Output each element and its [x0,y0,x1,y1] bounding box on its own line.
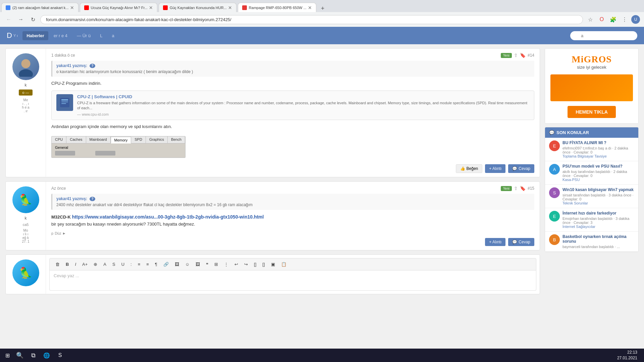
editor-btn-box[interactable]: ▣ [269,260,277,268]
editor-btn-bracket2[interactable]: [] [260,260,267,268]
tab-close-2[interactable]: ✕ [149,5,153,10]
editor-btn-quote[interactable]: ❝ [204,260,211,268]
tab-close-4[interactable]: ✕ [308,5,312,10]
editor-btn-undo[interactable]: ↩ [232,260,240,268]
post-body-prefix-2: M32CD-K [51,215,72,220]
bookmark-icon-1[interactable]: 🔖 [520,53,526,58]
post-time-1: 1 dakika ö ce [51,53,75,58]
sk-meta-1: akıllı kuş tarafından başlatıldı · 2 dak… [562,170,634,178]
cpuz-tab-spd[interactable]: SPD [131,136,146,143]
taskbar-steam-icon[interactable]: S [54,349,66,361]
editor-btn-clear[interactable]: 🗑 [53,260,62,268]
sk-title-3: İnternet hızı daire farkediyor [562,211,634,216]
back-button[interactable]: ← [4,15,13,24]
editor-btn-list2[interactable]: ≡ [144,260,151,268]
profile-avatar[interactable]: U [631,15,640,24]
reload-button[interactable]: ↻ [28,15,38,24]
sk-title-4: Basketbol oynarken tırnak açılma sorunu [562,234,634,244]
editor-btn-strike[interactable]: S [110,260,118,268]
ad-cta-button[interactable]: HEMEN TIKLA [568,106,616,118]
forum-logo: D Y ı [7,31,18,40]
cpuz-tab-graphics[interactable]: Graphics [146,136,168,143]
sk-item-3[interactable]: E İnternet hızı daire farkediyor Emojirh… [545,208,638,232]
editor-btn-redo[interactable]: ↪ [242,260,250,268]
editor-btn-clipboard[interactable]: 📋 [279,260,289,268]
nav-search-input[interactable] [570,31,637,40]
tab-favicon-3 [163,5,168,10]
begen-button-1[interactable]: 👍 Beğen [456,164,483,173]
alinit-button-1[interactable]: + Alıntı [485,164,505,173]
taskbar-task-view[interactable]: ⧉ [27,349,39,361]
editor-btn-underline[interactable]: U [119,260,127,268]
address-input[interactable] [40,15,583,24]
sk-meta-0: efefrmci097 t;rnfind;n baş a dı · 2 daki… [562,146,634,154]
editor-btn-list1[interactable]: ≡ [136,260,143,268]
start-button[interactable]: ⊞ [3,351,12,360]
user-name-2: k [9,216,42,221]
edit-btn-2[interactable]: p [51,231,53,235]
nav-item-2[interactable]: er r e 4 [50,31,71,40]
editor-btn-bold[interactable]: B [63,260,71,268]
editor-btn-fontsize[interactable]: A+ [80,260,90,268]
nav-item-5[interactable]: a [108,31,118,40]
tab-3[interactable]: Güç Kaynakları Konusunda HUR... ✕ [159,3,236,12]
sk-avatar-4: B [549,234,560,245]
editor-btn-table[interactable]: ⊞ [212,260,220,268]
tab-2[interactable]: Ucuza Güç Kaynağı Alınır Mı? Fr... ✕ [80,3,157,12]
quote-icon-1: ? [90,64,95,68]
quote-box-1: yakar41 yazmış: ? o kavramları hic anlam… [51,61,534,77]
share-icon-2[interactable]: ⇧ [514,186,518,191]
cevap-button-1[interactable]: 💬 Cevap [508,164,534,173]
nav-item-4[interactable]: L [96,31,106,40]
editor-btn-img[interactable]: 🖼 [172,260,181,268]
opera-icon[interactable]: O [597,15,606,24]
tab-1[interactable]: (2) ram alacağım fakat anakart k... ✕ [1,3,78,12]
forward-button[interactable]: → [16,15,25,24]
editor-btn-more[interactable]: ⋮ [222,260,231,268]
editor-btn-emoji[interactable]: ☺ [183,260,192,268]
bookmark-icon-2[interactable]: 🔖 [520,186,526,191]
sk-item-2[interactable]: S Win10 kasan bilgisayar Win7 yapmak sir… [545,185,638,208]
extensions-icon[interactable]: 🧩 [608,15,618,24]
bookmark-icon[interactable]: ☆ [586,15,595,24]
menu-icon[interactable]: ⋮ [620,15,629,24]
taskbar-chrome-icon[interactable]: 🌐 [41,349,53,361]
user-rank-btn-1[interactable]: o — [19,89,32,96]
new-tab-button[interactable]: + [319,5,327,12]
duz-btn-2[interactable]: Düz ► [55,231,66,235]
editor-btn-color[interactable]: A [101,260,109,268]
ad-migros: MiGROS size iyi gelecek HEMEN TIKLA [545,48,639,124]
editor-btn-circle[interactable]: ⊕ [91,260,100,268]
tab-close-3[interactable]: ✕ [228,5,232,10]
editor-btn-italic[interactable]: I [72,260,78,268]
editor-btn-link[interactable]: 🔗 [161,260,171,268]
cevap-button-2[interactable]: 💬 Cevap [508,238,534,246]
editor-btn-colon[interactable]: : [128,260,134,268]
ad-brand: MiGROS [550,54,633,65]
alinit-button-2[interactable]: + Alıntı [485,238,505,246]
post-body-link-2[interactable]: https://www.vatanbilgisayar.com/asu...00… [72,214,264,220]
cpuz-tab-mainboard[interactable]: Mainboard [86,136,111,143]
nav-item-3[interactable]: — Ür ü [73,31,95,40]
tab-4[interactable]: Rampage RMP-650-80PB 650W ... ✕ [238,3,316,12]
editor-btn-media[interactable]: 🖼 [193,260,202,268]
clock-time: 22:13 [617,350,637,355]
sk-item-1[interactable]: A PSU'mun modeli ve PSU Nasıl? akıllı ku… [545,161,638,185]
editor-btn-bracket1[interactable]: [] [252,260,259,268]
taskbar-search-btn[interactable]: 🔍 [14,349,26,361]
cpuz-tab-memory[interactable]: Memory [111,137,131,143]
editor-area[interactable]: Cevap yaz ... [49,270,536,291]
nav-search-wrap [570,31,637,40]
editor-sidebar: 🦜 [6,255,46,294]
link-preview-1[interactable]: CPU-Z | Softwares | CPUID CPU-Z is a fre… [51,90,534,120]
nav-haberler[interactable]: Haberler [22,31,48,40]
sk-item-4[interactable]: B Basketbol oynarken tırnak açılma sorun… [545,232,638,252]
editor-btn-para[interactable]: ¶ [153,260,160,268]
cpuz-tab-bench[interactable]: Bench [168,136,185,143]
tab-close-1[interactable]: ✕ [70,5,74,10]
share-icon-1[interactable]: ⇧ [514,53,518,58]
sk-item-0[interactable]: E BU FİYATA ALINIR MI ? efefrmci097 t;rn… [545,138,638,161]
quote-box-2: yakar41 yazmış: ? 2400 mhz destekler ana… [51,194,534,210]
cpuz-tab-cpu[interactable]: CPU [52,136,66,143]
cpuz-tab-caches[interactable]: Caches [66,136,86,143]
